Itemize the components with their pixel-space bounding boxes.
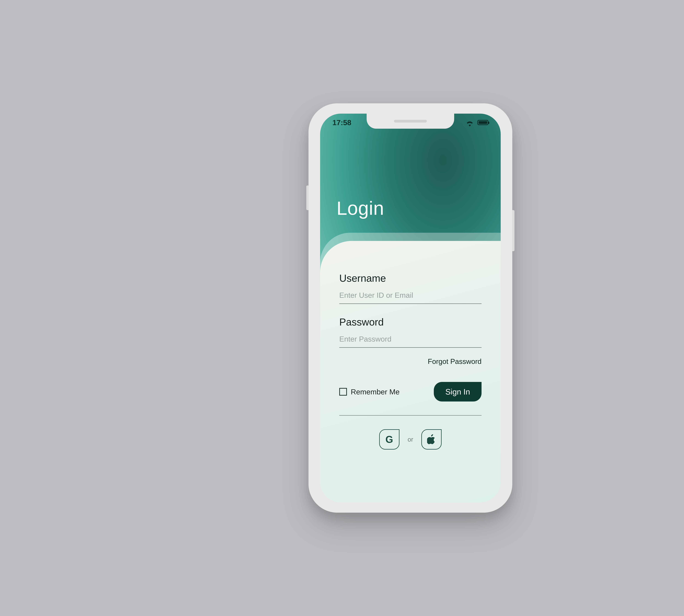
status-right — [466, 119, 488, 125]
wifi-icon — [466, 119, 474, 125]
remember-label: Remember Me — [351, 388, 400, 396]
username-group: Username — [339, 272, 481, 304]
card-outer: Username Password Forgot Password Rememb… — [320, 233, 501, 502]
sign-in-button[interactable]: Sign In — [434, 382, 481, 401]
google-icon: G — [386, 434, 393, 445]
password-label: Password — [339, 316, 481, 328]
page-title: Login — [337, 197, 384, 219]
apple-login-button[interactable] — [421, 429, 441, 449]
battery-icon — [477, 120, 488, 125]
status-time: 17:58 — [333, 118, 351, 127]
remember-me[interactable]: Remember Me — [339, 388, 400, 396]
login-card: Username Password Forgot Password Rememb… — [320, 241, 501, 502]
notch — [367, 114, 454, 129]
google-login-button[interactable]: G — [379, 429, 400, 449]
phone-frame: 17:58 Login Username Password Forgot — [309, 103, 512, 513]
username-label: Username — [339, 272, 481, 284]
actions-row: Remember Me Sign In — [339, 382, 481, 416]
password-group: Password — [339, 316, 481, 348]
social-login-row: G or — [339, 429, 481, 449]
screen: 17:58 Login Username Password Forgot — [320, 114, 501, 502]
password-input[interactable] — [339, 332, 481, 348]
username-input[interactable] — [339, 288, 481, 304]
or-divider: or — [408, 436, 413, 443]
apple-icon — [427, 434, 436, 445]
remember-checkbox[interactable] — [339, 388, 347, 396]
forgot-password-link[interactable]: Forgot Password — [339, 357, 481, 366]
